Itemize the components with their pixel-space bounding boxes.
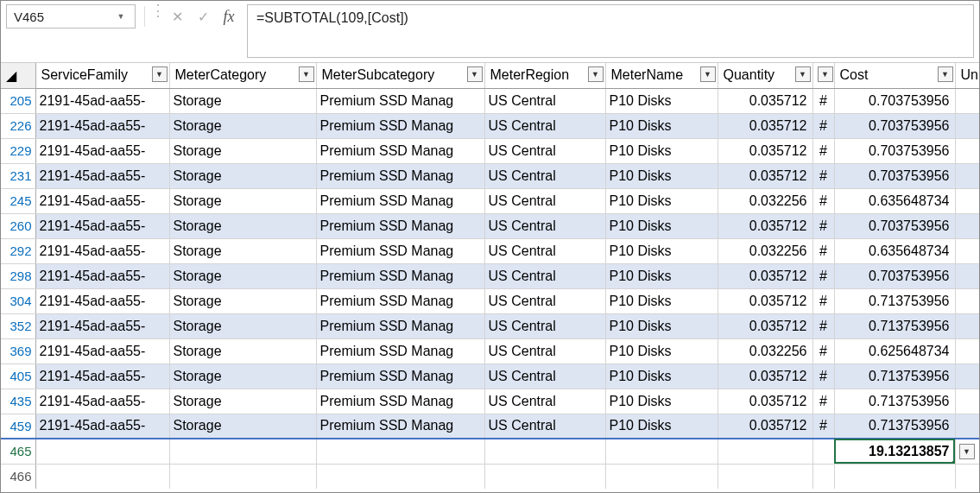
cell-metername[interactable]: P10 Disks [605,138,718,163]
cell-narrow[interactable]: # [812,113,834,138]
cell-metercategory[interactable]: Storage [169,138,316,163]
cell-metersubcategory[interactable]: Premium SSD Manag [316,338,484,363]
name-box-dropdown-icon[interactable] [114,12,128,21]
cell-metersubcategory[interactable]: Premium SSD Manag [316,88,484,113]
cell-uni[interactable] [955,414,979,439]
cell-meterregion[interactable]: US Central [484,113,605,138]
cell-metercategory[interactable]: Storage [169,313,316,338]
row-number[interactable]: 231 [1,163,35,188]
cell-meterregion[interactable]: US Central [484,163,605,188]
cell-narrow[interactable]: # [812,414,834,439]
cell-metercategory[interactable]: Storage [169,263,316,288]
cell-cost[interactable]: 0.703753956 [834,263,955,288]
cell-cost[interactable]: 0.703753956 [834,163,955,188]
cell-metername[interactable]: P10 Disks [605,389,718,414]
cell-uni[interactable] [955,363,979,389]
cancel-formula-button[interactable]: ✕ [164,1,190,32]
column-header-metersubcategory[interactable]: MeterSubcategory [316,63,484,88]
cell-metersubcategory[interactable]: Premium SSD Manag [316,414,484,439]
cell-metername[interactable]: P10 Disks [605,88,718,113]
cell-meterregion[interactable]: US Central [484,88,605,113]
cell[interactable] [484,464,605,489]
cell[interactable] [35,439,169,464]
cell-uni[interactable] [955,288,979,313]
name-box[interactable]: V465 [6,4,136,28]
cell-metername[interactable]: P10 Disks [605,288,718,313]
cell-cost[interactable]: 0.713753956 [834,288,955,313]
cell[interactable] [35,464,169,489]
cell-meterregion[interactable]: US Central [484,213,605,238]
cell-uni[interactable] [955,389,979,414]
cell-uni[interactable] [955,263,979,288]
row-number[interactable]: 435 [1,389,35,414]
row-number[interactable]: 292 [1,238,35,263]
cell-cost[interactable]: 0.713753956 [834,313,955,338]
column-header-uni[interactable]: Uni [955,63,979,88]
column-header-metername[interactable]: MeterName [605,63,718,88]
cell[interactable] [169,439,316,464]
row-number[interactable]: 245 [1,188,35,213]
cell-quantity[interactable]: 0.032256 [718,338,812,363]
filter-button-meterregion[interactable] [588,66,604,82]
cell[interactable] [955,464,979,489]
row-number[interactable]: 405 [1,363,35,389]
row-number[interactable]: 229 [1,138,35,163]
cell-narrow[interactable]: # [812,188,834,213]
cell-metercategory[interactable]: Storage [169,338,316,363]
cell-quantity[interactable]: 0.035712 [718,113,812,138]
row-number[interactable]: 260 [1,213,35,238]
cell-meterregion[interactable]: US Central [484,414,605,439]
cell-meterregion[interactable]: US Central [484,263,605,288]
cell-metersubcategory[interactable]: Premium SSD Manag [316,389,484,414]
cell-metersubcategory[interactable]: Premium SSD Manag [316,238,484,263]
cell-cost[interactable]: 0.703753956 [834,213,955,238]
cell-meterregion[interactable]: US Central [484,338,605,363]
cell-cost[interactable]: 0.713753956 [834,414,955,439]
cell-quantity[interactable]: 0.035712 [718,263,812,288]
cell-servicefamily[interactable]: 2191-45ad-aa55- [35,88,169,113]
cell-uni[interactable] [955,338,979,363]
cell-servicefamily[interactable]: 2191-45ad-aa55- [35,138,169,163]
formula-input[interactable]: =SUBTOTAL(109,[Cost]) [247,4,974,58]
cell-metercategory[interactable]: Storage [169,389,316,414]
cell-cost[interactable]: 0.625648734 [834,338,955,363]
column-header-metercategory[interactable]: MeterCategory [169,63,316,88]
cell-cost[interactable]: 0.703753956 [834,113,955,138]
accept-formula-button[interactable]: ✓ [190,1,216,32]
cell-metersubcategory[interactable]: Premium SSD Manag [316,188,484,213]
row-number[interactable]: 298 [1,263,35,288]
cell-servicefamily[interactable]: 2191-45ad-aa55- [35,213,169,238]
cell-uni[interactable] [955,213,979,238]
cell[interactable] [834,464,955,489]
cell-narrow[interactable]: # [812,238,834,263]
cell-narrow[interactable]: # [812,338,834,363]
cell-quantity[interactable]: 0.035712 [718,138,812,163]
cell-metercategory[interactable]: Storage [169,414,316,439]
cell-metername[interactable]: P10 Disks [605,363,718,389]
cell-narrow[interactable]: # [812,313,834,338]
cell-metername[interactable]: P10 Disks [605,414,718,439]
cell-servicefamily[interactable]: 2191-45ad-aa55- [35,263,169,288]
column-header-cost[interactable]: Cost [834,63,955,88]
cell-metersubcategory[interactable]: Premium SSD Manag [316,263,484,288]
cell-uni[interactable] [955,113,979,138]
cell-metercategory[interactable]: Storage [169,213,316,238]
cell-metername[interactable]: P10 Disks [605,163,718,188]
cell-uni[interactable] [955,188,979,213]
cell[interactable] [316,464,484,489]
cell-quantity[interactable]: 0.035712 [718,163,812,188]
cell-cost[interactable]: 0.703753956 [834,88,955,113]
column-header-narrow[interactable] [812,63,834,88]
cell-cost[interactable]: 0.635648734 [834,188,955,213]
cell-narrow[interactable]: # [812,288,834,313]
cell-narrow[interactable]: # [812,88,834,113]
cell-servicefamily[interactable]: 2191-45ad-aa55- [35,113,169,138]
row-number[interactable]: 352 [1,313,35,338]
cell-metersubcategory[interactable]: Premium SSD Manag [316,213,484,238]
cell-cost[interactable]: 0.713753956 [834,363,955,389]
cell-servicefamily[interactable]: 2191-45ad-aa55- [35,414,169,439]
row-number[interactable]: 465 [1,439,35,464]
cell-quantity[interactable]: 0.035712 [718,363,812,389]
row-number[interactable]: 369 [1,338,35,363]
cell-metername[interactable]: P10 Disks [605,313,718,338]
